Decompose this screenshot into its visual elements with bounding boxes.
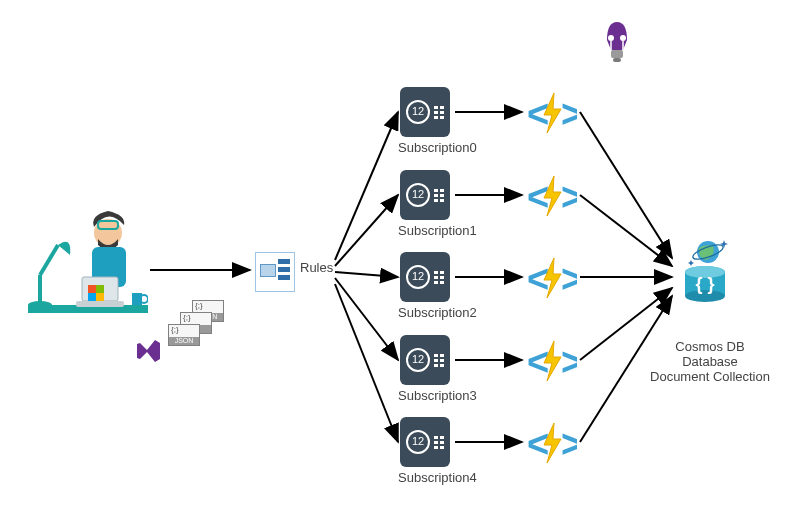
subscription-4-label: Subscription4 (398, 470, 477, 485)
svg-rect-24 (88, 285, 96, 293)
azure-function-2-icon: < > (527, 252, 577, 302)
file-code-glyph: {;} (181, 313, 211, 322)
svg-text:>: > (561, 258, 577, 300)
svg-point-19 (28, 301, 52, 309)
lightbulb-idea-icon (593, 14, 641, 66)
svg-text:>: > (561, 93, 577, 135)
clock-icon: 12 (406, 100, 430, 124)
clock-icon: 12 (406, 183, 430, 207)
cosmos-db-label-line2: Database (640, 355, 780, 370)
cosmos-db-label-line3: Document Collection (640, 370, 780, 385)
subscription-2-label: Subscription2 (398, 305, 477, 320)
svg-rect-25 (96, 285, 104, 293)
svg-line-11 (580, 112, 672, 258)
file-code-glyph: {;} (169, 325, 199, 334)
calendar-grid-icon (434, 436, 444, 449)
calendar-grid-icon (434, 271, 444, 284)
subscription-3-icon: 12 (400, 335, 450, 385)
file-code-glyph: {;} (193, 301, 223, 310)
clock-icon: 12 (406, 430, 430, 454)
svg-rect-27 (96, 293, 104, 301)
azure-function-4-icon: < > (527, 417, 577, 467)
azure-function-3-icon: < > (527, 335, 577, 385)
svg-line-12 (580, 195, 672, 266)
subscription-4-icon: 12 (400, 417, 450, 467)
developer-illustration (28, 205, 148, 320)
svg-line-1 (335, 112, 398, 260)
svg-line-18 (40, 245, 58, 275)
clock-icon: 12 (406, 265, 430, 289)
cosmos-db-label-line1: Cosmos DB (640, 340, 780, 355)
file-type-tag: JSON (169, 337, 199, 345)
svg-rect-28 (76, 301, 124, 307)
subscription-3-label: Subscription3 (398, 388, 477, 403)
cosmos-db-label: Cosmos DB Database Document Collection (640, 340, 780, 385)
subscription-1-icon: 12 (400, 170, 450, 220)
code-documents-icon: {;} JSON {;} JS {;} JSON (168, 300, 228, 350)
subscription-2-icon: 12 (400, 252, 450, 302)
calendar-grid-icon (434, 106, 444, 119)
cosmos-db-icon: { } (680, 238, 730, 303)
json-file-icon: {;} JSON (168, 324, 200, 346)
azure-function-1-icon: < > (527, 170, 577, 220)
svg-text:>: > (561, 176, 577, 218)
svg-point-43 (608, 35, 614, 41)
svg-line-5 (335, 284, 398, 442)
svg-rect-42 (613, 58, 621, 62)
calendar-grid-icon (434, 189, 444, 202)
clock-icon: 12 (406, 348, 430, 372)
svg-rect-26 (88, 293, 96, 301)
azure-function-0-icon: < > (527, 87, 577, 137)
calendar-grid-icon (434, 354, 444, 367)
svg-text:>: > (561, 423, 577, 465)
subscription-1-label: Subscription1 (398, 223, 477, 238)
visual-studio-icon (135, 338, 161, 364)
svg-rect-41 (611, 50, 623, 58)
svg-line-2 (335, 195, 398, 266)
service-bus-topic-icon (255, 252, 295, 292)
svg-text:>: > (561, 341, 577, 383)
svg-text:{ }: { } (695, 274, 714, 294)
subscription-0-label: Subscription0 (398, 140, 477, 155)
subscription-0-icon: 12 (400, 87, 450, 137)
architecture-diagram: {;} JSON {;} JS {;} JSON Rules 12 Subscr… (0, 0, 800, 509)
svg-point-44 (620, 35, 626, 41)
rules-label: Rules (300, 260, 333, 275)
svg-line-4 (335, 278, 398, 360)
svg-line-3 (335, 272, 398, 277)
